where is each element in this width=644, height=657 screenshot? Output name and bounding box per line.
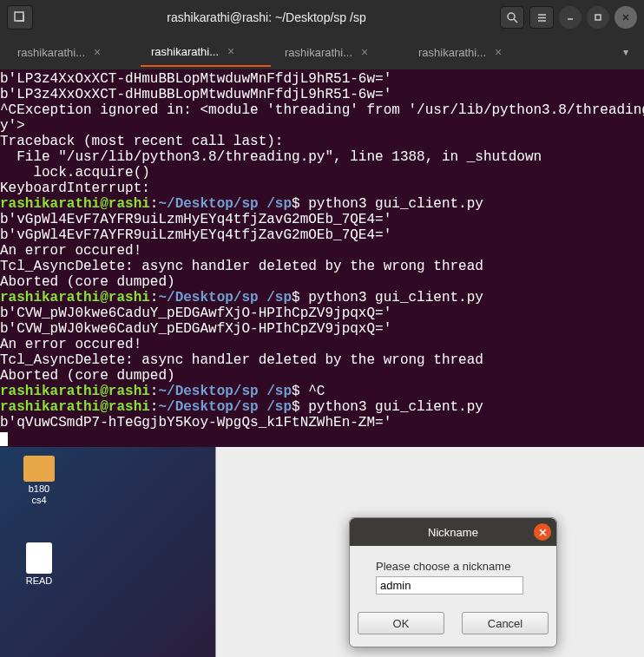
desktop-file-icon[interactable]: READ [13, 542, 65, 587]
window-title: rashikarathi@rashi: ~/Desktop/sp /sp [38, 10, 495, 24]
terminal-tab[interactable]: rashikarathi...× [274, 37, 404, 67]
tab-close-icon[interactable]: × [361, 45, 368, 59]
search-button[interactable] [500, 6, 524, 29]
ok-button[interactable]: OK [358, 612, 444, 634]
tab-close-icon[interactable]: × [94, 45, 101, 59]
terminal-output[interactable]: b'LP3z4XxOxXCT-dHmuBBLopMtwduwMnFfdjL9hR… [0, 69, 644, 447]
menu-button[interactable] [529, 6, 554, 29]
cancel-button[interactable]: Cancel [462, 612, 549, 634]
tab-label: rashikarathi... [151, 45, 219, 58]
tab-label: rashikarathi... [17, 46, 85, 59]
terminal-tab[interactable]: rashikarathi...× [141, 37, 271, 67]
new-tab-button[interactable] [7, 5, 33, 30]
terminal-tab[interactable]: rashikarathi...× [7, 37, 137, 67]
file-icon [26, 542, 52, 574]
close-button[interactable] [614, 6, 637, 29]
svg-rect-9 [595, 15, 601, 20]
svg-line-4 [514, 19, 517, 23]
desktop-background: b180cs4 READ [0, 447, 217, 657]
tab-close-icon[interactable]: × [227, 44, 234, 58]
tab-overflow-menu[interactable]: ▾ [614, 41, 637, 63]
dialog-title-text: Nickname [428, 526, 478, 539]
dialog-close-button[interactable] [534, 523, 551, 541]
minimize-button[interactable] [559, 6, 582, 29]
dialog-label: Please choose a nickname [376, 560, 530, 573]
tab-label: rashikarathi... [285, 46, 352, 59]
tab-close-icon[interactable]: × [495, 45, 502, 59]
dialog-titlebar: Nickname [350, 518, 556, 546]
tab-bar: rashikarathi...×rashikarathi...×rashikar… [0, 35, 644, 69]
desktop-folder-icon[interactable]: b180cs4 [13, 456, 65, 506]
icon-label: b180cs4 [29, 483, 49, 506]
icon-label: READ [26, 575, 53, 587]
terminal-tab[interactable]: rashikarathi...× [408, 37, 538, 67]
titlebar: rashikarathi@rashi: ~/Desktop/sp /sp [0, 0, 644, 35]
tab-label: rashikarathi... [418, 46, 486, 59]
nickname-input[interactable] [376, 576, 523, 595]
svg-point-3 [508, 13, 515, 20]
maximize-button[interactable] [587, 6, 609, 29]
folder-icon [23, 456, 55, 482]
svg-rect-0 [15, 12, 23, 21]
nickname-dialog: Nickname Please choose a nickname OK Can… [349, 517, 557, 647]
